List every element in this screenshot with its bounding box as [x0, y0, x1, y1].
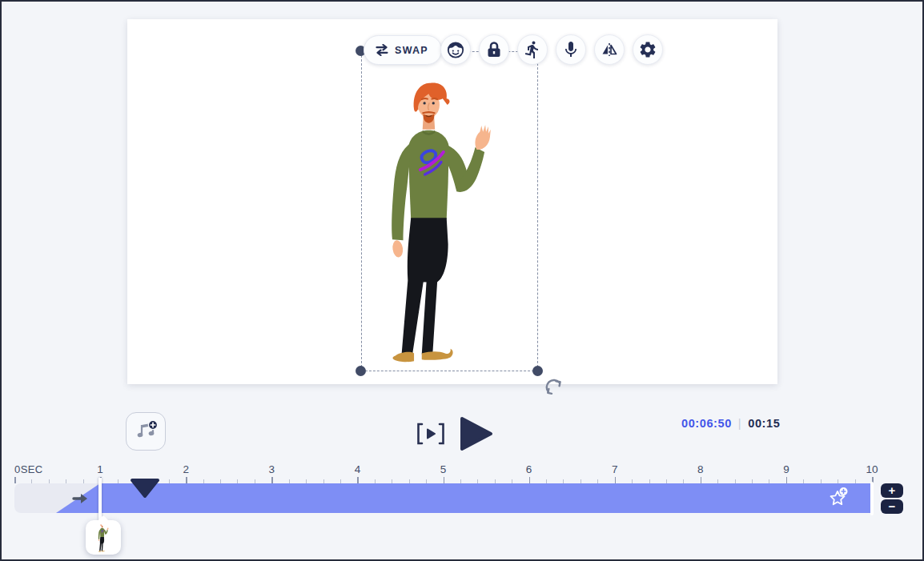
timeline-zoom-controls: + −	[881, 483, 903, 514]
settings-gear-icon	[638, 40, 657, 59]
ruler-tick	[786, 477, 788, 483]
playhead-marker-triangle[interactable]	[130, 478, 160, 499]
enter-effect-arrow-icon[interactable]	[72, 491, 90, 506]
bracket-play-icon[interactable]	[415, 422, 447, 446]
ruler-zero-label: 0SEC	[14, 463, 43, 475]
lock-button[interactable]	[479, 34, 509, 65]
star-plus-icon[interactable]	[826, 486, 850, 510]
music-note-plus-icon	[133, 419, 159, 444]
zoom-out-button[interactable]: −	[881, 499, 903, 514]
action-button[interactable]	[517, 34, 548, 65]
ruler-tick	[186, 477, 187, 483]
ruler-tick	[14, 477, 16, 483]
ruler-second-label: 6	[526, 463, 532, 475]
resize-handle-bottom-left[interactable]	[356, 366, 366, 376]
ruler-second-label: 10	[866, 463, 878, 475]
ruler-second-label: 4	[355, 463, 361, 475]
flip-horizontal-icon	[600, 40, 619, 59]
character-face-button[interactable]	[440, 34, 471, 65]
timeline-scene-bar[interactable]	[100, 483, 872, 513]
ruler-second-label: 9	[783, 463, 789, 475]
time-divider: |	[738, 417, 741, 430]
flip-button[interactable]	[594, 34, 625, 65]
mic-icon	[561, 40, 581, 59]
current-time: 00:06:50	[681, 417, 732, 430]
selection-bounding-box	[361, 51, 538, 371]
character-face-icon	[446, 40, 465, 59]
play-icon[interactable]	[460, 416, 493, 451]
ruler-tick	[615, 477, 617, 483]
ruler-second-label: 2	[183, 463, 189, 475]
swap-button-label: SWAP	[395, 45, 428, 56]
resize-handle-bottom-right[interactable]	[532, 366, 543, 376]
rotate-icon[interactable]	[544, 377, 564, 398]
zoom-in-button[interactable]: +	[881, 483, 903, 498]
ruler-tick	[271, 477, 273, 483]
voice-button[interactable]	[556, 34, 586, 65]
scene-end-marker	[870, 482, 874, 515]
add-music-button[interactable]	[126, 412, 166, 451]
ruler-second-label: 3	[269, 463, 275, 475]
ruler-second-label: 8	[697, 463, 704, 475]
settings-button[interactable]	[633, 34, 663, 65]
character-track-thumbnail[interactable]	[86, 520, 121, 555]
action-run-icon	[523, 40, 542, 59]
lock-icon	[484, 40, 504, 59]
swap-button[interactable]: SWAP	[364, 35, 442, 65]
swap-arrows-icon	[375, 44, 389, 56]
ruler-tick	[444, 477, 445, 483]
ruler-second-label: 7	[612, 463, 618, 475]
app-window: SWAP	[0, 0, 924, 561]
ruler-tick	[357, 477, 359, 483]
ruler-tick	[701, 477, 702, 483]
total-time: 00:15	[748, 417, 780, 430]
playhead-line[interactable]	[98, 478, 102, 520]
ruler-tick	[529, 477, 531, 483]
time-display: 00:06:50 | 00:15	[681, 417, 780, 430]
ruler-second-label: 5	[440, 463, 447, 475]
ruler-second-label: 1	[97, 463, 103, 475]
character-thumbnail-illustration	[97, 523, 110, 552]
